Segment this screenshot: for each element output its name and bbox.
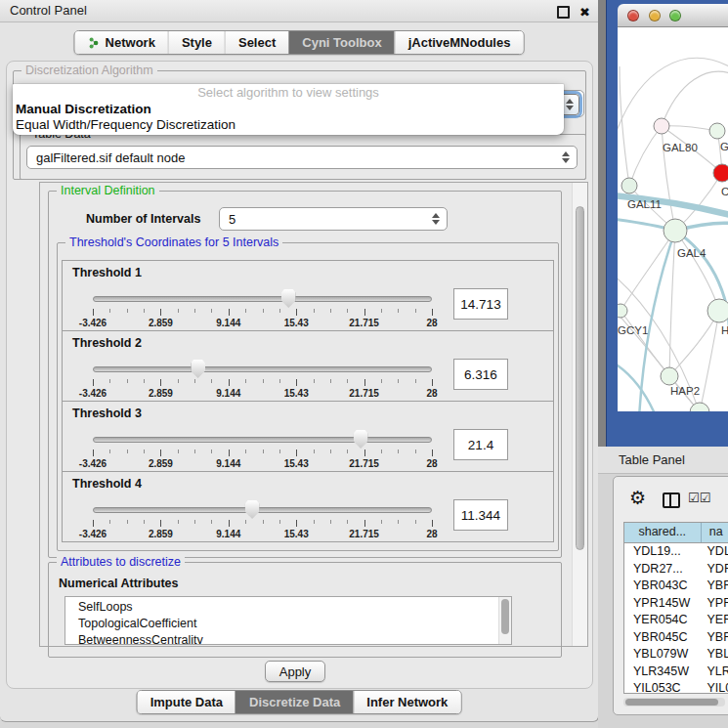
table-settings-gear-icon[interactable]: ⚙ [629, 488, 646, 509]
network-node[interactable] [709, 123, 725, 139]
table-row[interactable]: YLR345WYLR3 [624, 664, 728, 681]
slider-track[interactable] [93, 437, 432, 443]
table-data-combobox[interactable]: galFiltered.sif default node [26, 146, 578, 169]
tick-mark [432, 309, 433, 316]
network-node[interactable] [654, 118, 669, 134]
tick-mark [160, 379, 161, 386]
tick-mark [160, 520, 161, 527]
threshold-value-field[interactable]: 11.344 [453, 499, 508, 531]
scrollbar-thumb[interactable] [576, 206, 584, 550]
table-cell: YIL053C [624, 680, 702, 694]
tab-label: Cyni Toolbox [302, 35, 381, 50]
attribute-list-item[interactable]: SelfLoops [65, 599, 511, 616]
dropdown-placeholder-option[interactable]: Select algorithm to view settings [13, 84, 564, 102]
tab-discretize-data[interactable]: Discretize Data [236, 691, 353, 713]
threshold-value-field[interactable]: 21.4 [453, 429, 508, 460]
float-window-icon[interactable] [557, 6, 570, 19]
threshold-value-field[interactable]: 14.713 [453, 288, 508, 320]
tick-mark [364, 379, 365, 386]
tick-mark [398, 309, 399, 313]
table-row[interactable]: YBR043CYBR0 [624, 578, 728, 595]
number-of-intervals-combobox[interactable]: 5 [219, 207, 448, 231]
slider-track[interactable] [93, 296, 432, 302]
tick-mark [381, 450, 382, 453]
tick-mark [194, 379, 195, 383]
slider-tick-labels: -3.4262.8599.14415.4321.71528 [93, 318, 432, 329]
table-panel-titlebar: Table Panel [598, 447, 728, 474]
slider-tick-labels: -3.4262.8599.14415.4321.71528 [93, 458, 432, 470]
list-scrollbar[interactable] [498, 597, 511, 644]
tick-mark [279, 450, 280, 453]
apply-button[interactable]: Apply [265, 661, 325, 682]
mac-zoom-button[interactable] [669, 10, 681, 21]
tick-mark [263, 520, 264, 524]
tab-cyni-toolbox[interactable]: Cyni Toolbox [288, 31, 394, 54]
node-label: GA [720, 141, 728, 152]
scrollbar-thumb[interactable] [501, 599, 509, 634]
mac-close-button[interactable] [627, 10, 639, 21]
network-node[interactable] [713, 164, 728, 182]
tick-mark [415, 379, 416, 383]
slider-thumb[interactable] [245, 500, 260, 519]
table-row[interactable]: YER054CYER0 [624, 612, 728, 629]
node-attribute-table[interactable]: shared...na YDL19...YDL1YDR27...YDR2YBR0… [623, 522, 728, 694]
threshold-value-field[interactable]: 6.316 [453, 359, 508, 390]
tick-label: 2.859 [149, 318, 173, 328]
tab-jactivemnodules[interactable]: jActiveMNodules [395, 31, 524, 54]
tick-label: 21.715 [349, 458, 379, 469]
mac-minimize-button[interactable] [649, 10, 661, 21]
network-canvas[interactable]: GAL80GAGAL11CGAL4GCY1HHAP2 [618, 27, 728, 411]
numerical-attributes-list[interactable]: SelfLoopsTopologicalCoefficientBetweenne… [64, 596, 512, 645]
network-node[interactable] [621, 178, 637, 193]
select-columns-icon[interactable]: ☑☑ [688, 491, 710, 505]
network-node[interactable] [707, 299, 728, 322]
attribute-list-item[interactable]: TopologicalCoefficient [65, 616, 511, 632]
close-icon[interactable]: ✖ [579, 2, 590, 23]
tick-mark [347, 379, 348, 383]
node-label: HAP2 [670, 385, 700, 397]
dropdown-option-equal-width[interactable]: Equal Width/Frequency Discretization [13, 117, 564, 133]
scrollbar-thumb[interactable] [625, 699, 718, 706]
tick-label: 9.144 [216, 458, 240, 469]
slider-thumb[interactable] [354, 430, 368, 449]
slider[interactable] [93, 437, 432, 443]
slider-thumb[interactable] [191, 360, 205, 378]
tick-label: 21.715 [349, 318, 379, 328]
tab-impute-data[interactable]: Impute Data [138, 691, 236, 713]
slider[interactable] [93, 296, 432, 302]
tick-mark [245, 309, 246, 313]
column-header-na[interactable]: na [702, 523, 728, 542]
table-row[interactable]: YPR145WYPR1 [624, 595, 728, 613]
tab-select[interactable]: Select [225, 31, 288, 54]
tab-network[interactable]: Network [75, 31, 168, 54]
column-header-shared-[interactable]: shared... [624, 523, 702, 542]
network-node[interactable] [618, 304, 627, 318]
dropdown-option-manual-discretization[interactable]: Manual Discretization [13, 102, 564, 117]
table-row[interactable]: YIL053CYIL0 [624, 680, 728, 694]
tab-label: Impute Data [150, 695, 223, 709]
table-row[interactable]: YDR27...YDR2 [624, 561, 728, 578]
horizontal-scrollbar[interactable] [623, 698, 725, 707]
network-node[interactable] [664, 219, 687, 242]
tab-infer-network[interactable]: Infer Network [353, 691, 460, 713]
network-icon [88, 37, 100, 49]
slider-track[interactable] [93, 507, 432, 513]
table-row[interactable]: YDL19...YDL1 [624, 543, 728, 561]
vertical-scrollbar[interactable] [572, 183, 587, 646]
node-label: H [721, 324, 728, 336]
attribute-list-item[interactable]: BetweennessCentrality [65, 632, 511, 645]
table-row[interactable]: YBL079WYBL0 [624, 646, 728, 664]
network-node[interactable] [661, 367, 678, 385]
tab-style[interactable]: Style [168, 31, 225, 54]
tick-label: 9.144 [216, 529, 240, 539]
tick-mark [398, 379, 399, 383]
slider-track[interactable] [93, 366, 432, 372]
slider[interactable] [93, 507, 432, 513]
slider[interactable] [93, 366, 432, 372]
split-view-icon[interactable] [663, 492, 680, 508]
table-row[interactable]: YBR045CYBR0 [624, 629, 728, 647]
thresholds-group: Threshold's Coordinates for 5 Intervals … [57, 242, 559, 551]
tick-mark [178, 450, 179, 453]
slider-thumb[interactable] [281, 289, 296, 308]
tab-label: jActiveMNodules [408, 35, 511, 50]
